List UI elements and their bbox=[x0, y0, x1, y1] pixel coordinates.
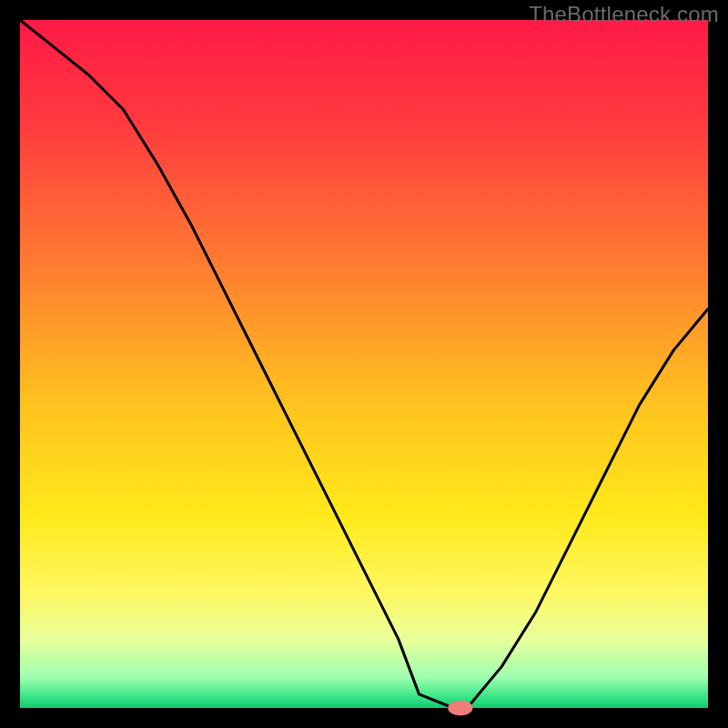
plot-area bbox=[20, 20, 708, 708]
bottleneck-chart bbox=[0, 0, 728, 728]
optimal-point-marker bbox=[448, 701, 472, 716]
chart-container: TheBottleneck.com bbox=[0, 0, 728, 728]
watermark-text: TheBottleneck.com bbox=[529, 2, 719, 27]
